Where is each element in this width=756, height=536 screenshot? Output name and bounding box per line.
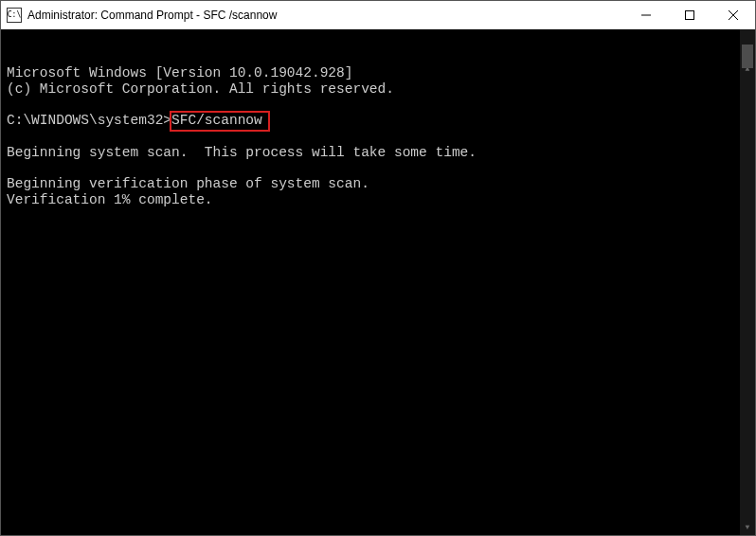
window-title: Administrator: Command Prompt - SFC /sca… <box>27 9 624 22</box>
scrollbar-down-icon[interactable]: ▼ <box>740 520 755 535</box>
maximize-button[interactable] <box>668 1 711 29</box>
close-button[interactable] <box>711 1 755 29</box>
close-icon <box>729 10 738 20</box>
version-line: Microsoft Windows [Version 10.0.19042.92… <box>7 65 352 80</box>
minimize-button[interactable] <box>624 1 668 29</box>
command-highlight: SFC/scannow <box>170 111 270 132</box>
verification-progress-line: Verification 1% complete. <box>7 192 213 207</box>
window-controls <box>624 1 755 29</box>
app-icon: C:\ <box>7 8 22 23</box>
maximize-icon <box>685 10 694 20</box>
titlebar[interactable]: C:\ Administrator: Command Prompt - SFC … <box>1 1 755 29</box>
copyright-line: (c) Microsoft Corporation. All rights re… <box>7 81 394 97</box>
terminal-area[interactable]: Microsoft Windows [Version 10.0.19042.92… <box>1 29 755 535</box>
scrollbar-thumb[interactable] <box>742 45 753 68</box>
scrollbar[interactable]: ▲ ▼ <box>740 29 755 535</box>
scan-begin-line: Beginning system scan. This process will… <box>7 145 477 160</box>
terminal-content: Microsoft Windows [Version 10.0.19042.92… <box>5 64 751 208</box>
svg-rect-1 <box>686 11 694 20</box>
command-text: SFC/scannow <box>171 113 262 128</box>
minimize-icon <box>641 10 651 20</box>
command-prompt-window: C:\ Administrator: Command Prompt - SFC … <box>0 0 756 536</box>
verification-phase-line: Beginning verification phase of system s… <box>7 176 369 191</box>
prompt-path: C:\WINDOWS\system32> <box>7 113 171 128</box>
